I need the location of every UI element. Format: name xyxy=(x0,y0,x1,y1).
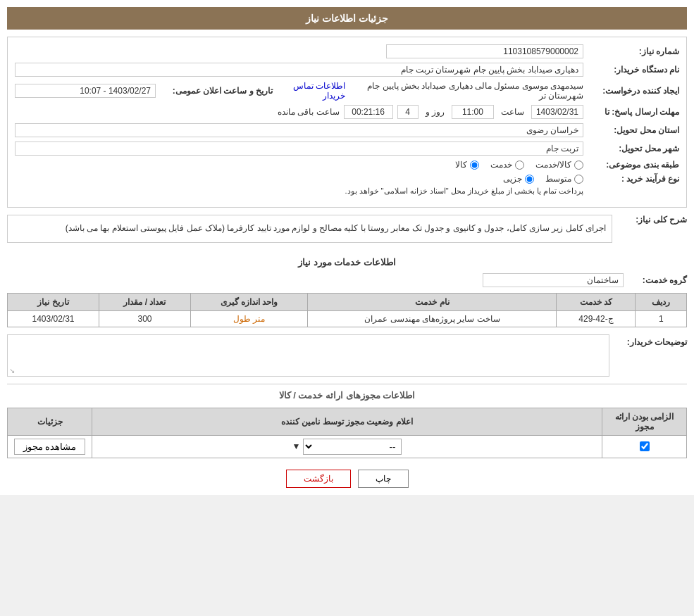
list-item: -- ▼ مشاهده مجوز xyxy=(8,435,687,458)
days-label: روز و xyxy=(426,107,445,117)
process-type-note: پرداخت تمام یا بخشی از مبلغ خریداز محل "… xyxy=(345,187,583,196)
services-table: ردیف کد خدمت نام خدمت واحد اندازه گیری ت… xyxy=(7,293,687,327)
deadline-remaining: 00:21:16 xyxy=(344,105,393,119)
category-label: طبقه بندی موضوعی: xyxy=(588,160,679,170)
footer-buttons: چاپ بازگشت xyxy=(7,470,687,488)
radio-khadamat-input[interactable] xyxy=(515,161,524,170)
general-desc-value: اجرای کامل زیر سازی کامل، جدول و کانیوی … xyxy=(7,215,612,243)
radio-mottavaset-input[interactable] xyxy=(574,175,583,184)
radio-kala-khadamat: کالا/خدمت xyxy=(535,160,583,170)
delivery-province-value: خراسان رضوی xyxy=(15,123,583,137)
mandatory-checkbox[interactable] xyxy=(640,441,650,451)
lic-col-details: جزئیات xyxy=(8,408,92,435)
lic-status-cell: -- ▼ xyxy=(92,435,602,458)
radio-jozi-label: جزیی xyxy=(503,174,522,184)
radio-jozi-input[interactable] xyxy=(525,175,534,184)
buyer-notes-box: ↘ xyxy=(7,334,609,377)
time-label: ساعت xyxy=(501,107,524,117)
print-button[interactable]: چاپ xyxy=(358,470,409,488)
service-group-value: ساختمان xyxy=(483,273,624,287)
lic-col-status: اعلام وضعیت مجوز توسط نامین کننده xyxy=(92,408,602,435)
lic-mandatory-cell xyxy=(602,435,687,458)
buyer-org-value: دهیاری صیداباد بخش پایین جام شهرستان ترب… xyxy=(15,63,583,77)
radio-kala: کالا xyxy=(455,160,479,170)
license-table: الزامی بودن ارائه مجوز اعلام وضعیت مجوز … xyxy=(7,408,687,458)
cell-code: ج-42-429 xyxy=(557,310,636,327)
page-title: جزئیات اطلاعات نیاز xyxy=(7,7,687,30)
lic-col-mandatory: الزامی بودن ارائه مجوز xyxy=(602,408,687,435)
cell-name: ساخت سایر پروژه‌های مهندسی عمران xyxy=(308,310,557,327)
deadline-time: 11:00 xyxy=(452,105,494,119)
radio-mottavaset: متوسط xyxy=(545,174,583,184)
process-type-label: نوع فرآیند خرید : xyxy=(588,174,679,184)
status-select[interactable]: -- xyxy=(303,439,402,455)
services-info-title: اطلاعات خدمات مورد نیاز xyxy=(7,257,687,268)
cell-row: 1 xyxy=(636,310,687,327)
general-desc-label: شرح کلی نیاز: xyxy=(616,215,687,225)
deadline-date: 1403/02/31 xyxy=(531,105,583,119)
table-row: 1 ج-42-429 ساخت سایر پروژه‌های مهندسی عم… xyxy=(8,310,687,327)
delivery-city-label: شهر محل تحویل: xyxy=(588,144,679,153)
dropdown-icon: ▼ xyxy=(292,441,301,451)
remaining-label: ساعت باقی مانده xyxy=(278,107,340,117)
buyer-notes-label: توضیحات خریدار: xyxy=(616,334,687,347)
announcement-date-value: 1403/02/27 - 10:07 xyxy=(15,84,156,98)
col-header-row: ردیف xyxy=(636,293,687,310)
requester-contact-link[interactable]: اطلاعات تماس خریدار xyxy=(277,81,345,101)
radio-kala-khadamat-label: کالا/خدمت xyxy=(535,160,571,170)
view-license-button[interactable]: مشاهده مجوز xyxy=(14,439,86,455)
requester-value: سیدمهدی موسوی مسئول مالی دهیاری صیداباد … xyxy=(349,81,583,101)
radio-kala-input[interactable] xyxy=(470,161,479,170)
need-number-label: شماره نیاز: xyxy=(588,46,679,56)
category-radio-group: کالا/خدمت خدمت کالا xyxy=(455,160,583,170)
delivery-province-label: استان محل تحویل: xyxy=(588,125,679,135)
lic-details-cell: مشاهده مجوز xyxy=(8,435,92,458)
resize-icon: ↘ xyxy=(9,367,15,375)
col-header-name: نام خدمت xyxy=(308,293,557,310)
radio-jozi: جزیی xyxy=(503,174,534,184)
requester-label: ایجاد کننده درخواست: xyxy=(588,86,679,96)
cell-qty: 300 xyxy=(99,310,191,327)
need-number-value: 1103108579000002 xyxy=(386,44,583,58)
radio-khadamat: خدمت xyxy=(490,160,524,170)
radio-mottavaset-label: متوسط xyxy=(545,174,571,184)
col-header-unit: واحد اندازه گیری xyxy=(190,293,307,310)
radio-kala-khadamat-input[interactable] xyxy=(574,161,583,170)
back-button[interactable]: بازگشت xyxy=(286,470,351,488)
col-header-date: تاریخ نیاز xyxy=(8,293,99,310)
radio-kala-label: کالا xyxy=(455,160,467,170)
announcement-date-label: تاریخ و ساعت اعلان عمومی: xyxy=(160,86,273,96)
buyer-org-label: نام دستگاه خریدار: xyxy=(588,65,679,75)
cell-date: 1403/02/31 xyxy=(8,310,99,327)
deadline-days: 4 xyxy=(397,105,419,119)
deadline-label: مهلت ارسال پاسخ: تا xyxy=(588,107,679,117)
service-group-label: گروه خدمت: xyxy=(631,275,687,285)
delivery-city-value: تربت جام xyxy=(15,142,583,156)
col-header-qty: تعداد / مقدار xyxy=(99,293,191,310)
cell-unit: متر طول xyxy=(190,310,307,327)
col-header-code: کد خدمت xyxy=(557,293,636,310)
radio-khadamat-label: خدمت xyxy=(490,160,512,170)
licenses-title: اطلاعات مجوزهای ارائه خدمت / کالا xyxy=(7,390,687,401)
